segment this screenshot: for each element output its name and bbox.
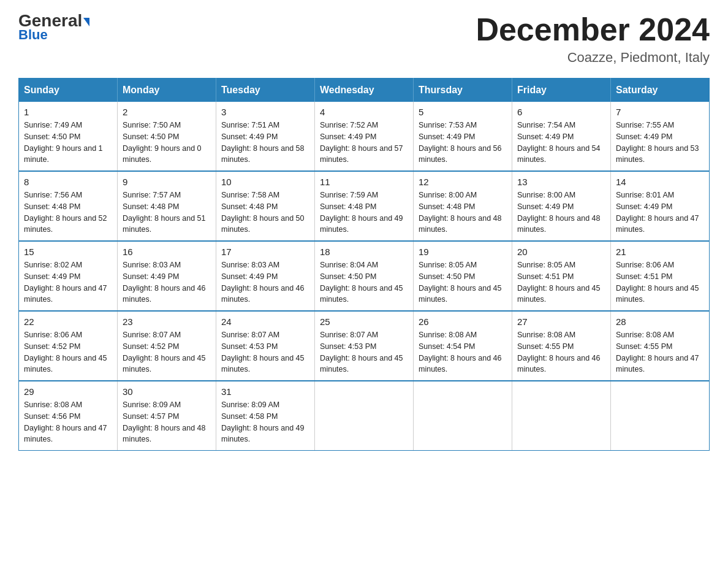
day-info: Sunrise: 7:58 AMSunset: 4:48 PMDaylight:… bbox=[221, 190, 309, 236]
day-number: 2 bbox=[123, 107, 211, 117]
calendar-cell: 19 Sunrise: 8:05 AMSunset: 4:50 PMDaylig… bbox=[414, 241, 512, 311]
weekday-header-sunday: Sunday bbox=[19, 79, 118, 102]
day-number: 19 bbox=[419, 247, 507, 257]
calendar-cell: 9 Sunrise: 7:57 AMSunset: 4:48 PMDayligh… bbox=[118, 171, 216, 241]
calendar-cell: 21 Sunrise: 8:06 AMSunset: 4:51 PMDaylig… bbox=[611, 241, 710, 311]
calendar-cell: 18 Sunrise: 8:04 AMSunset: 4:50 PMDaylig… bbox=[315, 241, 414, 311]
day-number: 22 bbox=[24, 316, 112, 327]
day-number: 7 bbox=[616, 107, 704, 117]
day-number: 29 bbox=[24, 386, 112, 397]
day-info: Sunrise: 8:09 AMSunset: 4:57 PMDaylight:… bbox=[123, 399, 211, 445]
header: General Blue December 2024 Coazze, Piedm… bbox=[18, 12, 710, 66]
day-number: 26 bbox=[419, 316, 507, 327]
day-info: Sunrise: 8:05 AMSunset: 4:51 PMDaylight:… bbox=[517, 259, 605, 305]
weekday-header-saturday: Saturday bbox=[611, 79, 710, 102]
day-info: Sunrise: 8:07 AMSunset: 4:53 PMDaylight:… bbox=[221, 329, 309, 375]
day-info: Sunrise: 8:02 AMSunset: 4:49 PMDaylight:… bbox=[24, 259, 112, 305]
calendar-cell: 25 Sunrise: 8:07 AMSunset: 4:53 PMDaylig… bbox=[315, 311, 414, 381]
calendar-cell: 27 Sunrise: 8:08 AMSunset: 4:55 PMDaylig… bbox=[512, 311, 611, 381]
day-info: Sunrise: 8:00 AMSunset: 4:48 PMDaylight:… bbox=[419, 190, 507, 236]
logo: General Blue bbox=[18, 12, 89, 43]
day-info: Sunrise: 7:54 AMSunset: 4:49 PMDaylight:… bbox=[517, 120, 605, 166]
day-number: 21 bbox=[616, 247, 704, 257]
day-number: 5 bbox=[419, 107, 507, 117]
day-number: 3 bbox=[221, 107, 309, 117]
calendar-week-row: 8 Sunrise: 7:56 AMSunset: 4:48 PMDayligh… bbox=[19, 171, 710, 241]
calendar-cell: 13 Sunrise: 8:00 AMSunset: 4:49 PMDaylig… bbox=[512, 171, 611, 241]
calendar-cell: 1 Sunrise: 7:49 AMSunset: 4:50 PMDayligh… bbox=[19, 102, 118, 171]
calendar-cell: 3 Sunrise: 7:51 AMSunset: 4:49 PMDayligh… bbox=[216, 102, 315, 171]
day-info: Sunrise: 8:08 AMSunset: 4:55 PMDaylight:… bbox=[517, 329, 605, 375]
calendar-cell: 29 Sunrise: 8:08 AMSunset: 4:56 PMDaylig… bbox=[19, 381, 118, 451]
day-info: Sunrise: 8:07 AMSunset: 4:52 PMDaylight:… bbox=[123, 329, 211, 375]
calendar-table: SundayMondayTuesdayWednesdayThursdayFrid… bbox=[18, 78, 710, 451]
month-title: December 2024 bbox=[476, 12, 710, 47]
calendar-cell: 22 Sunrise: 8:06 AMSunset: 4:52 PMDaylig… bbox=[19, 311, 118, 381]
logo-part2: Blue bbox=[18, 27, 48, 43]
day-number: 28 bbox=[616, 316, 704, 327]
calendar-cell: 6 Sunrise: 7:54 AMSunset: 4:49 PMDayligh… bbox=[512, 102, 611, 171]
day-info: Sunrise: 8:09 AMSunset: 4:58 PMDaylight:… bbox=[221, 399, 309, 445]
calendar-cell: 10 Sunrise: 7:58 AMSunset: 4:48 PMDaylig… bbox=[216, 171, 315, 241]
calendar-cell: 16 Sunrise: 8:03 AMSunset: 4:49 PMDaylig… bbox=[118, 241, 216, 311]
calendar-cell: 2 Sunrise: 7:50 AMSunset: 4:50 PMDayligh… bbox=[118, 102, 216, 171]
weekday-header-monday: Monday bbox=[118, 79, 216, 102]
day-info: Sunrise: 8:03 AMSunset: 4:49 PMDaylight:… bbox=[221, 259, 309, 305]
weekday-header-thursday: Thursday bbox=[414, 79, 512, 102]
day-info: Sunrise: 7:53 AMSunset: 4:49 PMDaylight:… bbox=[419, 120, 507, 166]
calendar-cell: 17 Sunrise: 8:03 AMSunset: 4:49 PMDaylig… bbox=[216, 241, 315, 311]
calendar-cell: 23 Sunrise: 8:07 AMSunset: 4:52 PMDaylig… bbox=[118, 311, 216, 381]
day-number: 23 bbox=[123, 316, 211, 327]
calendar-cell bbox=[512, 381, 611, 451]
day-info: Sunrise: 7:59 AMSunset: 4:48 PMDaylight:… bbox=[320, 190, 408, 236]
day-info: Sunrise: 8:01 AMSunset: 4:49 PMDaylight:… bbox=[616, 190, 704, 236]
day-number: 15 bbox=[24, 247, 112, 257]
calendar-cell: 7 Sunrise: 7:55 AMSunset: 4:49 PMDayligh… bbox=[611, 102, 710, 171]
day-info: Sunrise: 7:57 AMSunset: 4:48 PMDaylight:… bbox=[123, 190, 211, 236]
calendar-cell: 28 Sunrise: 8:08 AMSunset: 4:55 PMDaylig… bbox=[611, 311, 710, 381]
day-number: 12 bbox=[419, 177, 507, 187]
day-info: Sunrise: 8:08 AMSunset: 4:55 PMDaylight:… bbox=[616, 329, 704, 375]
day-info: Sunrise: 8:06 AMSunset: 4:52 PMDaylight:… bbox=[24, 329, 112, 375]
calendar-cell: 5 Sunrise: 7:53 AMSunset: 4:49 PMDayligh… bbox=[414, 102, 512, 171]
day-number: 25 bbox=[320, 316, 408, 327]
day-info: Sunrise: 7:51 AMSunset: 4:49 PMDaylight:… bbox=[221, 120, 309, 166]
calendar-week-row: 1 Sunrise: 7:49 AMSunset: 4:50 PMDayligh… bbox=[19, 102, 710, 171]
day-info: Sunrise: 8:05 AMSunset: 4:50 PMDaylight:… bbox=[419, 259, 507, 305]
weekday-header-friday: Friday bbox=[512, 79, 611, 102]
day-info: Sunrise: 8:03 AMSunset: 4:49 PMDaylight:… bbox=[123, 259, 211, 305]
title-area: December 2024 Coazze, Piedmont, Italy bbox=[476, 12, 710, 66]
day-info: Sunrise: 8:08 AMSunset: 4:54 PMDaylight:… bbox=[419, 329, 507, 375]
day-number: 13 bbox=[517, 177, 605, 187]
day-info: Sunrise: 7:50 AMSunset: 4:50 PMDaylight:… bbox=[123, 120, 211, 166]
calendar-week-row: 29 Sunrise: 8:08 AMSunset: 4:56 PMDaylig… bbox=[19, 381, 710, 451]
day-info: Sunrise: 8:08 AMSunset: 4:56 PMDaylight:… bbox=[24, 399, 112, 445]
calendar-cell bbox=[315, 381, 414, 451]
day-number: 18 bbox=[320, 247, 408, 257]
day-number: 31 bbox=[221, 386, 309, 397]
calendar-cell: 15 Sunrise: 8:02 AMSunset: 4:49 PMDaylig… bbox=[19, 241, 118, 311]
calendar-cell: 4 Sunrise: 7:52 AMSunset: 4:49 PMDayligh… bbox=[315, 102, 414, 171]
calendar-cell: 12 Sunrise: 8:00 AMSunset: 4:48 PMDaylig… bbox=[414, 171, 512, 241]
day-info: Sunrise: 8:07 AMSunset: 4:53 PMDaylight:… bbox=[320, 329, 408, 375]
day-number: 24 bbox=[221, 316, 309, 327]
calendar-cell: 26 Sunrise: 8:08 AMSunset: 4:54 PMDaylig… bbox=[414, 311, 512, 381]
day-number: 11 bbox=[320, 177, 408, 187]
day-number: 16 bbox=[123, 247, 211, 257]
day-number: 14 bbox=[616, 177, 704, 187]
day-number: 17 bbox=[221, 247, 309, 257]
location-title: Coazze, Piedmont, Italy bbox=[476, 50, 710, 66]
calendar-cell: 24 Sunrise: 8:07 AMSunset: 4:53 PMDaylig… bbox=[216, 311, 315, 381]
day-info: Sunrise: 7:52 AMSunset: 4:49 PMDaylight:… bbox=[320, 120, 408, 166]
calendar-week-row: 22 Sunrise: 8:06 AMSunset: 4:52 PMDaylig… bbox=[19, 311, 710, 381]
day-number: 6 bbox=[517, 107, 605, 117]
day-info: Sunrise: 7:49 AMSunset: 4:50 PMDaylight:… bbox=[24, 120, 112, 166]
calendar-week-row: 15 Sunrise: 8:02 AMSunset: 4:49 PMDaylig… bbox=[19, 241, 710, 311]
day-number: 9 bbox=[123, 177, 211, 187]
day-number: 27 bbox=[517, 316, 605, 327]
calendar-cell bbox=[611, 381, 710, 451]
day-info: Sunrise: 8:06 AMSunset: 4:51 PMDaylight:… bbox=[616, 259, 704, 305]
logo-arrow-icon bbox=[83, 18, 89, 26]
day-number: 10 bbox=[221, 177, 309, 187]
day-number: 20 bbox=[517, 247, 605, 257]
